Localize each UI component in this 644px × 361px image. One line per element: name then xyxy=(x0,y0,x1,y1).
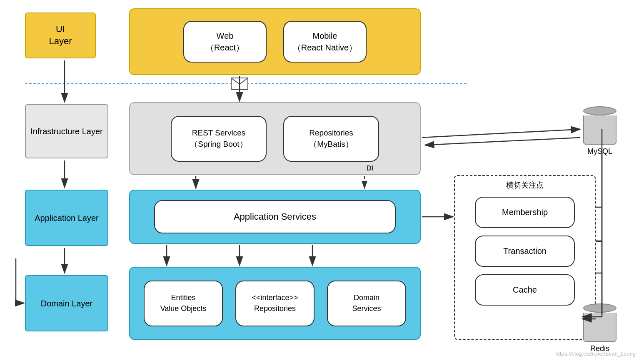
membership-label: Membership xyxy=(502,208,548,217)
layer-ui-label: UI Layer xyxy=(49,23,72,47)
di-label: DI xyxy=(367,165,373,172)
mysql-cylinder-body xyxy=(583,115,617,145)
repositories-mybatis-box: Repositories （MyBatis） xyxy=(283,116,379,162)
layer-infrastructure: Infrastructure Layer xyxy=(25,104,108,158)
interface-repositories-label: <<interface>> Repositories xyxy=(252,293,298,313)
ui-top-container: Web （React） Mobile （React Native） xyxy=(129,8,421,75)
rest-services-box: REST Services （Spring Boot） xyxy=(171,116,267,162)
app-services-label: Application Services xyxy=(234,211,316,222)
crosscut-items: Membership Transaction Cache xyxy=(455,197,595,306)
mysql-cylinder: MySQL xyxy=(583,106,617,156)
crosscut-container: 横切关注点 Membership Transaction Cache xyxy=(454,175,596,340)
mobile-box: Mobile （React Native） xyxy=(283,21,367,63)
entities-box: Entities Value Objects xyxy=(144,281,223,326)
svg-line-16 xyxy=(422,129,580,138)
diagram-container: UI Layer Infrastructure Layer Applicatio… xyxy=(0,0,644,361)
layer-domain-label: Domain Layer xyxy=(41,298,93,309)
mysql-label: MySQL xyxy=(587,147,612,156)
web-box: Web （React） xyxy=(183,21,267,63)
mysql-cylinder-top xyxy=(583,106,617,115)
layer-infra-label: Infrastructure Layer xyxy=(30,126,102,137)
app-services-container: Application Services xyxy=(129,190,421,244)
entities-label: Entities Value Objects xyxy=(160,293,207,313)
envelope-icon xyxy=(231,78,248,90)
web-label: Web （React） xyxy=(206,30,244,53)
redis-cylinder: Redis xyxy=(583,303,617,353)
rest-services-label: REST Services （Spring Boot） xyxy=(190,128,247,150)
crosscut-title: 横切关注点 xyxy=(506,180,544,190)
redis-cylinder-body xyxy=(583,313,617,342)
redis-cylinder-top xyxy=(583,303,617,313)
transaction-box: Transaction xyxy=(475,236,575,267)
transaction-label: Transaction xyxy=(503,246,547,256)
domain-section-container: Entities Value Objects <<interface>> Rep… xyxy=(129,267,421,340)
layer-domain: Domain Layer xyxy=(25,275,108,331)
watermark: https://blog.csdn.net/Evan_Leung xyxy=(555,351,636,357)
layer-app-label: Application Layer xyxy=(35,213,98,223)
layer-application: Application Layer xyxy=(25,190,108,246)
domain-services-label: Domain Services xyxy=(352,293,381,313)
svg-line-17 xyxy=(425,138,580,145)
interface-repositories-box: <<interface>> Repositories xyxy=(235,281,315,326)
membership-box: Membership xyxy=(475,197,575,228)
app-services-box: Application Services xyxy=(154,200,396,233)
cache-label: Cache xyxy=(513,285,537,295)
domain-services-box: Domain Services xyxy=(327,281,406,326)
repositories-mybatis-label: Repositories （MyBatis） xyxy=(309,128,353,150)
mobile-label: Mobile （React Native） xyxy=(293,30,357,53)
infra-section-container: REST Services （Spring Boot） Repositories… xyxy=(129,102,421,175)
cache-box: Cache xyxy=(475,274,575,306)
layer-ui: UI Layer xyxy=(25,13,96,58)
